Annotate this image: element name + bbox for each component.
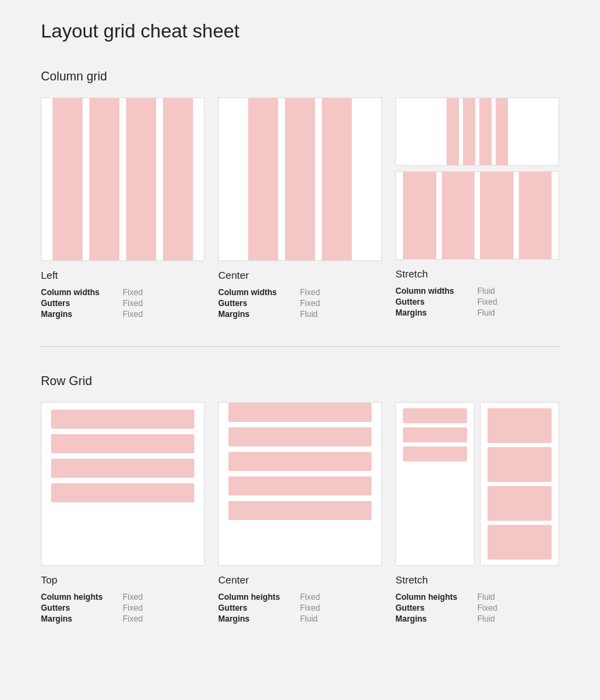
row-stretch-right-visual — [480, 402, 559, 566]
row-grid-section: Row Grid Top Column heights — [41, 374, 559, 624]
row-stretch-left-visual — [395, 402, 475, 566]
row-top-val-1: Fixed — [123, 603, 205, 613]
section-divider — [41, 346, 559, 347]
row-center-labels: Center Column heights Fixed Gutters Fixe… — [218, 566, 382, 624]
col-stretch-key-2: Margins — [395, 308, 477, 318]
row-top-val-2: Fixed — [123, 614, 205, 624]
row-top-visual — [41, 402, 205, 566]
col-center-val-2: Fluid — [300, 309, 382, 319]
row-stretch-key-0: Column heights — [395, 592, 477, 602]
row-center-key-2: Margins — [218, 614, 300, 624]
column-stretch-bottom-visual — [395, 171, 559, 260]
row-stretch-key-1: Gutters — [395, 603, 477, 613]
row-center-val-1: Fixed — [300, 603, 382, 613]
row-top-key-0: Column heights — [41, 592, 123, 602]
row-center-table: Column heights Fixed Gutters Fixed Margi… — [218, 592, 382, 624]
col-left-val-1: Fixed — [123, 299, 205, 308]
column-center-visual — [218, 97, 382, 261]
row-top-val-0: Fixed — [123, 592, 205, 602]
row-center-name: Center — [218, 574, 382, 585]
column-grid-examples: Left Column widths Fixed Gutters Fixed M… — [41, 97, 559, 319]
row-stretch-val-1: Fixed — [477, 603, 559, 613]
row-center-key-0: Column heights — [218, 592, 300, 602]
column-left-name: Left — [41, 269, 205, 281]
row-top-card: Top Column heights Fixed Gutters Fixed M… — [41, 402, 205, 624]
column-stretch-name: Stretch — [395, 268, 559, 279]
column-center-labels: Center Column widths Fixed Gutters Fixed… — [218, 261, 382, 319]
col-center-key-0: Column widths — [218, 288, 300, 297]
row-grid-title: Row Grid — [41, 374, 559, 389]
row-top-name: Top — [41, 574, 205, 585]
column-stretch-labels: Stretch Column widths Fluid Gutters Fixe… — [395, 260, 559, 318]
row-top-labels: Top Column heights Fixed Gutters Fixed M… — [41, 566, 205, 624]
row-grid-examples: Top Column heights Fixed Gutters Fixed M… — [41, 402, 559, 624]
row-center-visual — [218, 402, 382, 566]
col-center-val-0: Fixed — [300, 288, 382, 297]
col-center-val-1: Fixed — [300, 299, 382, 308]
page-title: Layout grid cheat sheet — [41, 20, 559, 42]
row-top-table: Column heights Fixed Gutters Fixed Margi… — [41, 592, 205, 624]
row-stretch-key-2: Margins — [395, 614, 477, 624]
row-stretch-table: Column heights Fluid Gutters Fixed Margi… — [395, 592, 559, 624]
col-center-key-1: Gutters — [218, 299, 300, 308]
column-center-card: Center Column widths Fixed Gutters Fixed… — [218, 97, 382, 319]
col-stretch-key-0: Column widths — [395, 286, 477, 296]
col-left-key-0: Column widths — [41, 288, 123, 297]
row-stretch-card: Stretch Column heights Fluid Gutters Fix… — [395, 402, 559, 624]
column-stretch-card: Stretch Column widths Fluid Gutters Fixe… — [395, 97, 559, 318]
column-center-table: Column widths Fixed Gutters Fixed Margin… — [218, 288, 382, 319]
column-grid-title: Column grid — [41, 70, 559, 84]
column-center-name: Center — [218, 269, 382, 281]
col-left-key-2: Margins — [41, 309, 123, 319]
row-stretch-labels: Stretch Column heights Fluid Gutters Fix… — [395, 566, 559, 624]
row-top-key-2: Margins — [41, 614, 123, 624]
column-left-labels: Left Column widths Fixed Gutters Fixed M… — [41, 261, 205, 319]
row-stretch-name: Stretch — [395, 574, 559, 585]
row-center-val-2: Fluid — [300, 614, 382, 624]
column-stretch-top-visual — [395, 97, 559, 166]
row-center-card: Center Column heights Fixed Gutters Fixe… — [218, 402, 382, 624]
column-left-card: Left Column widths Fixed Gutters Fixed M… — [41, 97, 205, 319]
row-top-key-1: Gutters — [41, 603, 123, 613]
row-center-val-0: Fixed — [300, 592, 382, 602]
column-left-visual — [41, 97, 205, 261]
row-center-key-1: Gutters — [218, 603, 300, 613]
col-stretch-val-2: Fluid — [477, 308, 559, 318]
col-stretch-val-0: Fluid — [477, 286, 559, 296]
row-stretch-visual-area — [395, 402, 559, 566]
col-stretch-val-1: Fixed — [477, 297, 559, 307]
col-left-val-2: Fixed — [123, 309, 205, 319]
col-left-val-0: Fixed — [123, 288, 205, 297]
row-stretch-val-0: Fluid — [477, 592, 559, 602]
column-grid-section: Column grid Left — [41, 70, 559, 319]
column-stretch-table: Column widths Fluid Gutters Fixed Margin… — [395, 286, 559, 318]
column-left-table: Column widths Fixed Gutters Fixed Margin… — [41, 288, 205, 319]
col-left-key-1: Gutters — [41, 299, 123, 308]
row-stretch-val-2: Fluid — [477, 614, 559, 624]
col-stretch-key-1: Gutters — [395, 297, 477, 307]
col-center-key-2: Margins — [218, 309, 300, 319]
